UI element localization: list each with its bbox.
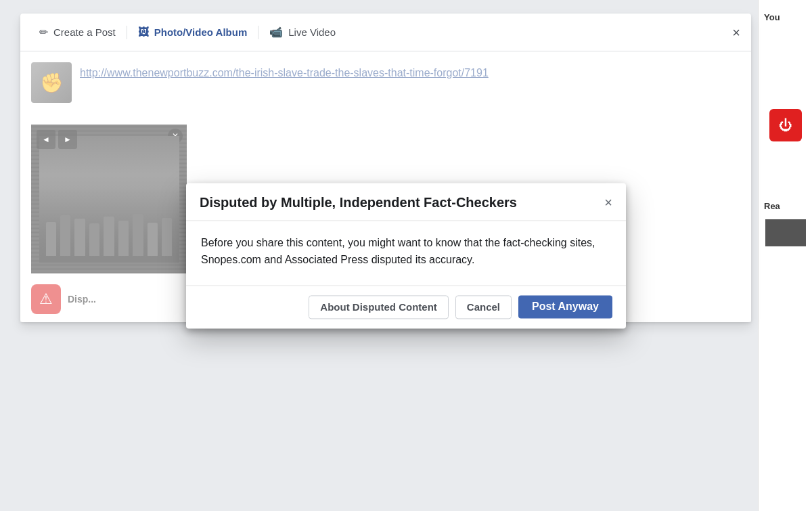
sidebar-read-label: Rea (759, 196, 812, 217)
live-video-tab[interactable]: 📹 Live Video (261, 22, 344, 43)
sidebar-thumbnail-1 (765, 219, 806, 246)
dialog-close-button[interactable]: × (604, 196, 612, 209)
fact-check-dialog: Disputed by Multiple, Independent Fact-C… (186, 183, 626, 328)
modal-close-button[interactable]: × (732, 26, 740, 39)
dialog-body-text: Before you share this content, you might… (201, 234, 611, 269)
pencil-icon: ✏ (39, 26, 48, 39)
header-divider-2 (258, 26, 258, 39)
live-video-label: Live Video (288, 26, 336, 38)
dialog-title: Disputed by Multiple, Independent Fact-C… (200, 195, 517, 210)
right-sidebar: You ⏻ Rea (758, 0, 812, 511)
power-button-icon[interactable]: ⏻ (769, 109, 802, 141)
dialog-body: Before you share this content, you might… (186, 221, 626, 285)
video-icon: 📹 (269, 26, 283, 39)
cancel-button[interactable]: Cancel (455, 295, 512, 319)
sidebar-you-label: You (759, 7, 812, 28)
photo-video-tab[interactable]: 🖼 Photo/Video Album (130, 22, 256, 43)
dialog-header: Disputed by Multiple, Independent Fact-C… (186, 183, 626, 221)
post-anyway-button[interactable]: Post Anyway (518, 296, 612, 319)
dialog-footer: About Disputed Content Cancel Post Anywa… (186, 285, 626, 328)
photo-video-label: Photo/Video Album (154, 26, 248, 38)
photo-icon: 🖼 (138, 26, 149, 39)
about-disputed-button[interactable]: About Disputed Content (309, 295, 448, 319)
header-divider-1 (127, 26, 127, 39)
create-post-tab[interactable]: ✏ Create a Post (31, 22, 124, 43)
modal-header: ✏ Create a Post 🖼 Photo/Video Album 📹 Li… (20, 14, 751, 51)
create-post-label: Create a Post (53, 26, 116, 38)
